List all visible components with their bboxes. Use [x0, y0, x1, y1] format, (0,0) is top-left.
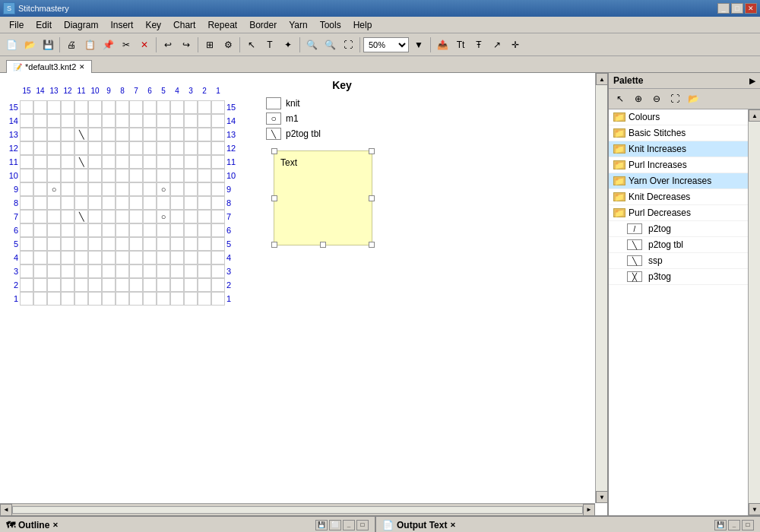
grid-cell[interactable] [47, 210, 61, 223]
grid-cell[interactable] [211, 292, 225, 306]
outline-maximize-btn[interactable]: □ [356, 520, 369, 530]
grid-cell[interactable] [61, 278, 74, 292]
grid-cell[interactable] [157, 278, 170, 292]
grid-cell[interactable] [116, 223, 129, 237]
palette-scroll-track[interactable] [749, 122, 760, 503]
strike-button[interactable]: Ŧ [470, 36, 487, 53]
grid-cell[interactable] [198, 292, 211, 306]
grid-cell[interactable] [88, 210, 102, 223]
grid-cell[interactable] [184, 251, 198, 264]
palette-expand-icon[interactable]: ▶ [749, 77, 755, 85]
grid-cell[interactable] [33, 292, 47, 306]
grid-cell[interactable] [143, 264, 157, 278]
grid-cell[interactable] [211, 155, 225, 169]
scroll-right-button[interactable]: ► [583, 504, 595, 516]
grid-cell[interactable] [129, 223, 143, 237]
grid-cell[interactable] [20, 141, 33, 155]
menu-border[interactable]: Border [243, 18, 283, 32]
grid-cell[interactable] [88, 237, 102, 251]
grid-cell[interactable] [116, 278, 129, 292]
grid-cell[interactable] [47, 169, 61, 182]
palette-scroll-up[interactable]: ▲ [749, 109, 760, 122]
grid-cell[interactable] [157, 196, 170, 210]
grid-cell[interactable] [61, 251, 74, 264]
output-save-btn[interactable]: 💾 [714, 520, 727, 530]
grid-cell[interactable] [74, 182, 88, 196]
grid-cell[interactable] [129, 278, 143, 292]
grid-cell[interactable] [143, 251, 157, 264]
output-minimize-btn[interactable]: _ [728, 520, 740, 530]
grid-cell[interactable] [33, 182, 47, 196]
move-button[interactable]: ✛ [507, 36, 524, 53]
pointer-tool[interactable]: ↗ [489, 36, 505, 53]
grid-cell[interactable] [129, 114, 143, 128]
grid-cell[interactable] [170, 141, 184, 155]
grid-cell[interactable] [129, 100, 143, 114]
grid-cell[interactable] [170, 264, 184, 278]
cut-button[interactable]: ✂ [118, 36, 135, 53]
text-button[interactable]: T [261, 36, 278, 53]
grid-cell[interactable] [116, 114, 129, 128]
grid-cell[interactable] [211, 210, 225, 223]
grid-cell[interactable] [157, 128, 170, 141]
grid-cell[interactable] [74, 278, 88, 292]
grid-cell[interactable] [143, 196, 157, 210]
outline-minimize-btn[interactable]: _ [343, 520, 355, 530]
grid-button[interactable]: ⊞ [201, 36, 218, 53]
grid-cell[interactable] [184, 223, 198, 237]
redo-button[interactable]: ↪ [178, 36, 195, 53]
grid-cell[interactable]: ○ [157, 210, 170, 223]
grid-cell[interactable] [184, 210, 198, 223]
grid-cell[interactable] [198, 182, 211, 196]
palette-cursor[interactable]: ↖ [612, 90, 629, 107]
scroll-left-button[interactable]: ◄ [0, 504, 12, 516]
grid-cell[interactable] [184, 264, 198, 278]
grid-cell[interactable] [33, 128, 47, 141]
document-tab[interactable]: 📝 *default3.knt2 ✕ [6, 60, 92, 73]
grid-cell[interactable] [74, 141, 88, 155]
grid-cell[interactable] [129, 210, 143, 223]
grid-cell[interactable] [74, 223, 88, 237]
grid-cell[interactable] [184, 169, 198, 182]
font-button[interactable]: Tt [452, 36, 469, 53]
grid-cell[interactable] [20, 237, 33, 251]
grid-cell[interactable] [116, 100, 129, 114]
grid-cell[interactable] [47, 128, 61, 141]
grid-cell[interactable] [88, 292, 102, 306]
grid-cell[interactable] [61, 141, 74, 155]
grid-cell[interactable] [33, 278, 47, 292]
palette-item-knit-increases[interactable]: 📁Knit Increases [609, 141, 748, 157]
grid-cell[interactable] [211, 237, 225, 251]
zoom-dropdown[interactable]: ▼ [410, 36, 427, 53]
fit-button[interactable]: ⛶ [340, 36, 356, 53]
grid-cell[interactable] [102, 264, 116, 278]
grid-cell[interactable] [198, 278, 211, 292]
grid-cell[interactable] [184, 141, 198, 155]
grid-cell[interactable] [198, 223, 211, 237]
grid-cell[interactable] [88, 169, 102, 182]
outline-restore-btn[interactable]: ⬜ [329, 520, 341, 530]
delete-button[interactable]: ✕ [136, 36, 153, 53]
grid-cell[interactable] [47, 251, 61, 264]
tab-close-button[interactable]: ✕ [79, 63, 85, 71]
grid-cell[interactable] [33, 251, 47, 264]
grid-cell[interactable] [143, 141, 157, 155]
grid-cell[interactable] [170, 128, 184, 141]
grid-cell[interactable] [184, 182, 198, 196]
grid-cell[interactable] [129, 141, 143, 155]
copy-button[interactable]: 📋 [81, 36, 98, 53]
grid-cell[interactable] [198, 264, 211, 278]
grid-cell[interactable] [157, 251, 170, 264]
grid-cell[interactable] [170, 237, 184, 251]
close-button[interactable]: ✕ [745, 3, 757, 14]
grid-cell[interactable] [170, 292, 184, 306]
outline-save-btn[interactable]: 💾 [315, 520, 328, 530]
grid-cell[interactable] [198, 141, 211, 155]
grid-cell[interactable] [143, 128, 157, 141]
grid-cell[interactable] [88, 182, 102, 196]
palette-zoom-in[interactable]: ⊕ [630, 90, 647, 107]
grid-cell[interactable] [20, 100, 33, 114]
grid-cell[interactable] [47, 264, 61, 278]
grid-cell[interactable] [157, 155, 170, 169]
grid-cell[interactable] [33, 114, 47, 128]
